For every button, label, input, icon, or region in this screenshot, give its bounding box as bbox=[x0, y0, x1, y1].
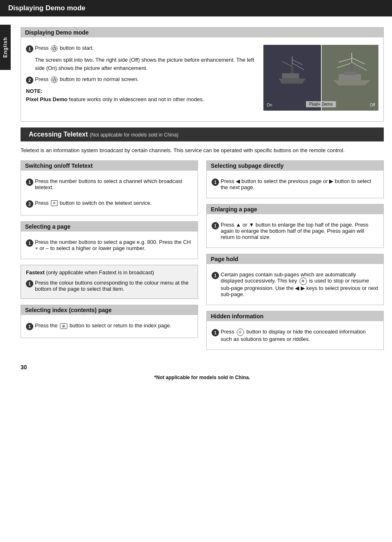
selecting-page-header: Selecting a page bbox=[21, 222, 198, 232]
selecting-subpage-section: Selecting subpage directly 1 Press ◀ but… bbox=[206, 160, 384, 198]
ship-svg-left bbox=[272, 53, 313, 90]
enlarging-page-header: Enlarging a page bbox=[207, 204, 383, 214]
enlarging-page-body: 1 Press ▲ or ▼ button to enlarge the top… bbox=[207, 218, 383, 248]
page-hold-section: Page hold 1 Certain pages contain sub-pa… bbox=[206, 254, 384, 305]
hidden-step1: 1 Press ⊡ button to display or hide the … bbox=[212, 329, 378, 342]
teletext-intro: Teletext is an information system broadc… bbox=[21, 146, 384, 155]
switching-step2: 2 Press button to switch on the teletext… bbox=[26, 200, 193, 208]
displaying-demo-header: Displaying Demo mode bbox=[21, 28, 383, 37]
power-icon: ⏻ bbox=[51, 45, 58, 52]
displaying-demo-section: Displaying Demo mode 1 Press ⏻ button to… bbox=[21, 27, 384, 122]
sel-step1-badge: 1 bbox=[26, 239, 33, 247]
switching-step1: 1 Press the number buttons to select a c… bbox=[26, 178, 193, 190]
demo-split-line bbox=[321, 45, 322, 111]
main-content: Displaying Demo mode 1 Press ⏻ button to… bbox=[12, 23, 392, 389]
demo-step1-detail: The screen split into two. The right sid… bbox=[35, 56, 257, 72]
demo-mode-text: 1 Press ⏻ button to start. The screen sp… bbox=[26, 45, 257, 111]
fastext-section: Fastext (only applicable when Fastext is… bbox=[21, 265, 198, 299]
switching-teletext-header: Switching on/off Teletext bbox=[21, 161, 198, 171]
selecting-index-section: Selecting index (contents) page 1 Press … bbox=[21, 305, 198, 338]
enlarge-step1-badge: 1 bbox=[212, 222, 219, 229]
fastext-title-row: Fastext (only applicable when Fastext is… bbox=[26, 269, 193, 277]
selecting-page-body: 1 Press the number buttons to select a p… bbox=[21, 235, 198, 259]
two-col-layout: Switching on/off Teletext 1 Press the nu… bbox=[21, 160, 384, 356]
selecting-subpage-body: 1 Press ◀ button to select the previous … bbox=[207, 174, 383, 198]
menu-icon bbox=[51, 200, 58, 206]
switching-teletext-section: Switching on/off Teletext 1 Press the nu… bbox=[21, 160, 198, 215]
hidden-info-body: 1 Press ⊡ button to display or hide the … bbox=[207, 324, 383, 350]
selecting-page-section: Selecting a page 1 Press the number butt… bbox=[21, 221, 198, 259]
demo-mode-section: 1 Press ⏻ button to start. The screen sp… bbox=[26, 45, 378, 111]
demo-image-right-half bbox=[321, 45, 378, 111]
selecting-index-body: 1 Press the ⊞ button to select or return… bbox=[21, 318, 198, 338]
step1-badge: 1 bbox=[26, 45, 33, 53]
svg-marker-12 bbox=[333, 80, 371, 86]
index-step1-badge: 1 bbox=[26, 323, 33, 330]
note-section: NOTE: Pixel Plus Demo feature works only… bbox=[26, 87, 257, 103]
sidebar-english-tab: English bbox=[0, 25, 11, 70]
power-icon-2: ⏻ bbox=[51, 76, 58, 83]
svg-line-10 bbox=[339, 58, 352, 62]
demo-on-label: On bbox=[267, 103, 272, 107]
index-step1-text: Press the ⊞ button to select or return t… bbox=[35, 322, 171, 329]
fastext-step1: 1 Press the colour buttons corresponding… bbox=[26, 280, 193, 292]
subpage-step1: 1 Press ◀ button to select the previous … bbox=[212, 178, 378, 190]
hidden-step1-text: Press ⊡ button to display or hide the co… bbox=[221, 329, 378, 342]
pagehold-step1: 1 Certain pages contain sub-pages which … bbox=[212, 271, 378, 297]
top-header: Displaying Demo mode bbox=[0, 0, 392, 16]
right-column: Selecting subpage directly 1 Press ◀ but… bbox=[206, 160, 384, 356]
page-number: 30 bbox=[21, 364, 384, 371]
hidden-info-section: Hidden information 1 Press ⊡ button to d… bbox=[206, 311, 384, 350]
index-step1: 1 Press the ⊞ button to select or return… bbox=[26, 322, 193, 330]
demo-step2-text: Press ⏻ button to return to normal scree… bbox=[35, 76, 139, 83]
hidden-step1-badge: 1 bbox=[212, 329, 219, 336]
demo-image: On Pixel+ Demo Off bbox=[263, 45, 378, 111]
ship-svg-right bbox=[327, 51, 376, 92]
selecting-subpage-header: Selecting subpage directly bbox=[207, 161, 383, 171]
index-icon: ⊞ bbox=[60, 323, 67, 329]
teletext-header: Accessing Teletext (Not applicable for m… bbox=[21, 127, 384, 141]
svg-marker-4 bbox=[279, 79, 306, 83]
left-column: Switching on/off Teletext 1 Press the nu… bbox=[21, 160, 198, 356]
svg-rect-6 bbox=[282, 73, 299, 79]
svg-line-3 bbox=[282, 61, 292, 67]
demo-off-label: Off bbox=[370, 103, 375, 107]
pagehold-step1-text: Certain pages contain sub-pages which ar… bbox=[221, 271, 378, 297]
demo-image-container: On Pixel+ Demo Off bbox=[263, 45, 378, 111]
hidden-icon: ⊡ bbox=[237, 329, 244, 336]
demo-step1-row: 1 Press ⏻ button to start. bbox=[26, 45, 257, 53]
enlarge-step1: 1 Press ▲ or ▼ button to enlarge the top… bbox=[212, 222, 378, 240]
demo-step1-text: Press ⏻ button to start. bbox=[35, 45, 94, 52]
page-hold-header: Page hold bbox=[207, 254, 383, 264]
svg-rect-15 bbox=[344, 72, 355, 75]
switching-teletext-body: 1 Press the number buttons to select a c… bbox=[21, 174, 198, 215]
svg-line-9 bbox=[352, 62, 367, 70]
displaying-demo-body: 1 Press ⏻ button to start. The screen sp… bbox=[21, 41, 383, 121]
step2-badge: 2 bbox=[26, 76, 33, 84]
page-hold-body: 1 Certain pages contain sub-pages which … bbox=[207, 267, 383, 305]
subpage-step1-badge: 1 bbox=[212, 178, 219, 186]
pagehold-step1-badge: 1 bbox=[212, 272, 219, 279]
switch-step1-badge: 1 bbox=[26, 178, 33, 186]
svg-line-2 bbox=[292, 63, 304, 70]
switch-step2-text: Press button to switch on the teletext s… bbox=[35, 200, 152, 206]
selecting-index-header: Selecting index (contents) page bbox=[21, 305, 198, 315]
switch-step2-badge: 2 bbox=[26, 200, 33, 208]
fastext-step1-badge: 1 bbox=[26, 280, 33, 287]
svg-line-11 bbox=[337, 63, 352, 68]
demo-step2-row: 2 Press ⏻ button to return to normal scr… bbox=[26, 76, 257, 84]
footnote: *Not applicable for models sold in China… bbox=[21, 375, 384, 380]
selecting-step1: 1 Press the number buttons to select a p… bbox=[26, 239, 193, 251]
sidebar-label: English bbox=[2, 37, 8, 58]
demo-image-left-half bbox=[263, 45, 321, 111]
hidden-info-header: Hidden information bbox=[207, 311, 383, 321]
subpage-icon: ⊞ bbox=[300, 278, 307, 285]
enlarging-page-section: Enlarging a page 1 Press ▲ or ▼ button t… bbox=[206, 204, 384, 248]
